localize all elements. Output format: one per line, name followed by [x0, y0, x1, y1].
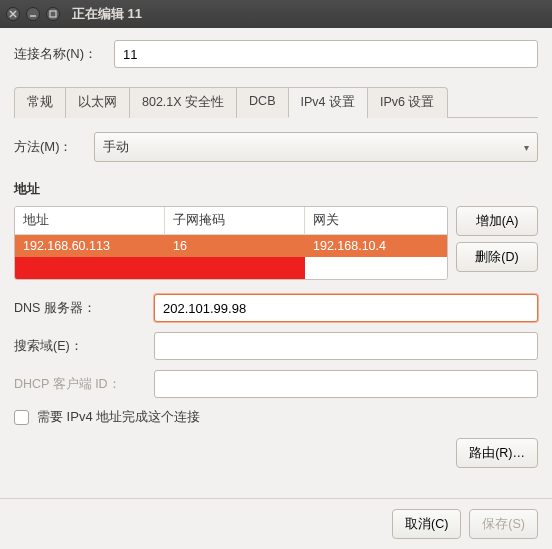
- close-window-button[interactable]: [6, 7, 20, 21]
- dhcp-client-id-label: DHCP 客户端 ID：: [14, 376, 154, 393]
- search-domain-label: 搜索域(E)：: [14, 338, 154, 355]
- titlebar: 正在编辑 11: [0, 0, 552, 28]
- tab-ipv6[interactable]: IPv6 设置: [367, 87, 448, 118]
- tabs: 常规 以太网 802.1X 安全性 DCB IPv4 设置 IPv6 设置: [14, 86, 538, 118]
- add-address-button[interactable]: 增加(A): [456, 206, 538, 236]
- dhcp-client-id-input: [154, 370, 538, 398]
- window-title: 正在编辑 11: [72, 5, 142, 23]
- search-domain-input[interactable]: [154, 332, 538, 360]
- col-header-netmask[interactable]: 子网掩码: [165, 207, 305, 234]
- col-header-gateway[interactable]: 网关: [305, 207, 447, 234]
- address-row-editing[interactable]: [15, 257, 447, 279]
- delete-address-button[interactable]: 删除(D): [456, 242, 538, 272]
- require-ipv4-checkbox[interactable]: [14, 410, 29, 425]
- connection-name-label: 连接名称(N)：: [14, 45, 114, 63]
- cell-address-edit[interactable]: [15, 257, 165, 279]
- svg-rect-0: [50, 11, 56, 17]
- dns-label: DNS 服务器：: [14, 300, 154, 317]
- require-ipv4-label: 需要 IPv4 地址完成这个连接: [37, 408, 200, 426]
- maximize-window-button[interactable]: [46, 7, 60, 21]
- dns-input[interactable]: [154, 294, 538, 322]
- method-value: 手动: [103, 138, 129, 156]
- dialog-buttons: 取消(C) 保存(S): [0, 498, 552, 549]
- cell-gateway[interactable]: 192.168.10.4: [305, 235, 447, 257]
- address-heading: 地址: [14, 180, 538, 198]
- address-row[interactable]: 192.168.60.113 16 192.168.10.4: [15, 235, 447, 257]
- tab-8021x[interactable]: 802.1X 安全性: [129, 87, 237, 118]
- save-button[interactable]: 保存(S): [469, 509, 538, 539]
- minimize-window-button[interactable]: [26, 7, 40, 21]
- chevron-down-icon: ▾: [524, 142, 529, 153]
- tab-general[interactable]: 常规: [14, 87, 66, 118]
- address-table[interactable]: 地址 子网掩码 网关 192.168.60.113 16 192.168.10.…: [14, 206, 448, 280]
- cell-address[interactable]: 192.168.60.113: [15, 235, 165, 257]
- cell-gateway-edit[interactable]: [305, 257, 447, 279]
- method-label: 方法(M)：: [14, 138, 94, 156]
- method-select[interactable]: 手动 ▾: [94, 132, 538, 162]
- tab-dcb[interactable]: DCB: [236, 87, 288, 118]
- connection-name-input[interactable]: [114, 40, 538, 68]
- col-header-address[interactable]: 地址: [15, 207, 165, 234]
- cell-netmask[interactable]: 16: [165, 235, 305, 257]
- routes-button[interactable]: 路由(R)…: [456, 438, 538, 468]
- tab-ethernet[interactable]: 以太网: [65, 87, 130, 118]
- tab-ipv4[interactable]: IPv4 设置: [288, 87, 369, 118]
- cell-netmask-edit[interactable]: [165, 257, 305, 279]
- cancel-button[interactable]: 取消(C): [392, 509, 461, 539]
- address-table-header: 地址 子网掩码 网关: [15, 207, 447, 235]
